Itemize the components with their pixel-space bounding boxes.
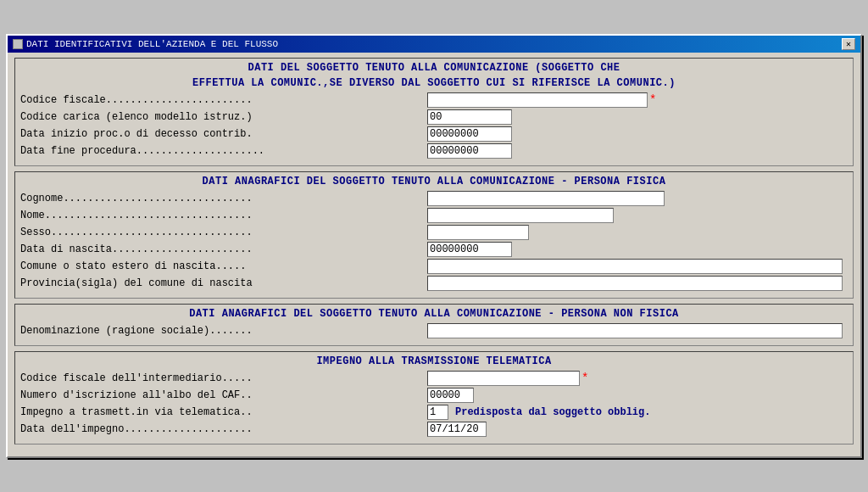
label-data-nascita: Data di nascita....................... [20, 243, 427, 255]
section-persona-non-fisica: DATI ANAGRAFICI DEL SOGGETTO TENUTO ALLA… [14, 304, 854, 346]
row-data-impegno: Data dell'impegno..................... [20, 422, 848, 437]
row-data-inizio: Data inizio proc.o di decesso contrib. [20, 126, 848, 142]
close-button[interactable]: ✕ [842, 38, 855, 50]
input-data-impegno[interactable] [427, 422, 487, 437]
input-sesso[interactable] [427, 225, 529, 240]
section4-title: IMPEGNO ALLA TRASMISSIONE TELEMATICA [20, 355, 848, 367]
required-star-1: * [649, 93, 656, 107]
label-data-fine: Data fine procedura..................... [20, 145, 427, 157]
label-numero-iscrizione: Numero d'iscrizione all'albo del CAF.. [20, 389, 427, 401]
input-cognome[interactable] [427, 191, 665, 206]
section-soggetto-comunicazione: DATI DEL SOGGETTO TENUTO ALLA COMUNICAZI… [14, 58, 854, 166]
input-comune-nascita[interactable] [427, 259, 843, 274]
row-numero-iscrizione: Numero d'iscrizione all'albo del CAF.. [20, 388, 848, 403]
input-data-fine[interactable] [427, 143, 512, 159]
input-data-inizio[interactable] [427, 126, 512, 142]
required-star-2: * [581, 372, 588, 385]
window-body: DATI DEL SOGGETTO TENUTO ALLA COMUNICAZI… [8, 53, 860, 456]
row-comune-nascita: Comune o stato estero di nascita..... [20, 259, 848, 274]
section-persona-fisica: DATI ANAGRAFICI DEL SOGGETTO TENUTO ALLA… [14, 171, 854, 299]
main-window: DATI IDENTIFICATIVI DELL'AZIENDA E DEL F… [6, 34, 862, 458]
row-denominazione: Denominazione (ragione sociale)....... [20, 323, 848, 338]
impegno-extra-text: Predisposta dal soggetto obblig. [455, 406, 650, 418]
input-nome[interactable] [427, 208, 614, 223]
row-impegno-trasmett: Impegno a trasmett.in via telematica.. P… [20, 405, 848, 420]
input-cf-intermediario[interactable] [427, 371, 580, 386]
input-codice-fiscale[interactable] [427, 92, 648, 108]
label-cognome: Cognome............................... [20, 193, 427, 204]
section1-title-line1: DATI DEL SOGGETTO TENUTO ALLA COMUNICAZI… [20, 62, 848, 74]
title-bar: DATI IDENTIFICATIVI DELL'AZIENDA E DEL F… [8, 36, 860, 53]
input-denominazione[interactable] [427, 323, 843, 338]
section2-title: DATI ANAGRAFICI DEL SOGGETTO TENUTO ALLA… [20, 176, 848, 187]
row-provincia: Provincia(sigla) del comune di nascita [20, 276, 848, 291]
label-nome: Nome.................................. [20, 210, 427, 221]
row-data-nascita: Data di nascita....................... [20, 242, 848, 257]
section1-title-line2: EFFETTUA LA COMUNIC.,SE DIVERSO DAL SOGG… [20, 77, 848, 89]
input-codice-carica[interactable] [427, 109, 512, 125]
row-codice-carica: Codice carica (elenco modello istruz.) [20, 109, 848, 125]
section3-title: DATI ANAGRAFICI DEL SOGGETTO TENUTO ALLA… [20, 308, 848, 320]
label-data-impegno: Data dell'impegno..................... [20, 423, 427, 435]
label-codice-fiscale: Codice fiscale........................ [20, 94, 427, 106]
window-icon [13, 39, 23, 49]
row-codice-fiscale: Codice fiscale........................ * [20, 92, 848, 108]
window-title: DATI IDENTIFICATIVI DELL'AZIENDA E DEL F… [26, 39, 278, 49]
row-data-fine: Data fine procedura..................... [20, 143, 848, 159]
label-codice-carica: Codice carica (elenco modello istruz.) [20, 111, 427, 123]
label-comune-nascita: Comune o stato estero di nascita..... [20, 260, 427, 272]
label-cf-intermediario: Codice fiscale dell'intermediario..... [20, 372, 427, 384]
title-bar-left: DATI IDENTIFICATIVI DELL'AZIENDA E DEL F… [13, 39, 278, 49]
row-cognome: Cognome............................... [20, 191, 848, 206]
label-provincia: Provincia(sigla) del comune di nascita [20, 277, 427, 289]
row-sesso: Sesso................................. [20, 225, 848, 240]
row-nome: Nome.................................. [20, 208, 848, 223]
label-data-inizio: Data inizio proc.o di decesso contrib. [20, 128, 427, 140]
input-numero-iscrizione[interactable] [427, 388, 474, 403]
input-provincia[interactable] [427, 276, 843, 291]
label-denominazione: Denominazione (ragione sociale)....... [20, 325, 427, 337]
input-data-nascita[interactable] [427, 242, 512, 257]
section1-title: DATI DEL SOGGETTO TENUTO ALLA COMUNICAZI… [20, 62, 848, 89]
input-impegno-trasmett[interactable] [427, 405, 448, 420]
label-impegno-trasmett: Impegno a trasmett.in via telematica.. [20, 406, 427, 418]
section-impegno: IMPEGNO ALLA TRASMISSIONE TELEMATICA Cod… [14, 351, 854, 444]
label-sesso: Sesso................................. [20, 226, 427, 238]
row-cf-intermediario: Codice fiscale dell'intermediario..... * [20, 371, 848, 386]
